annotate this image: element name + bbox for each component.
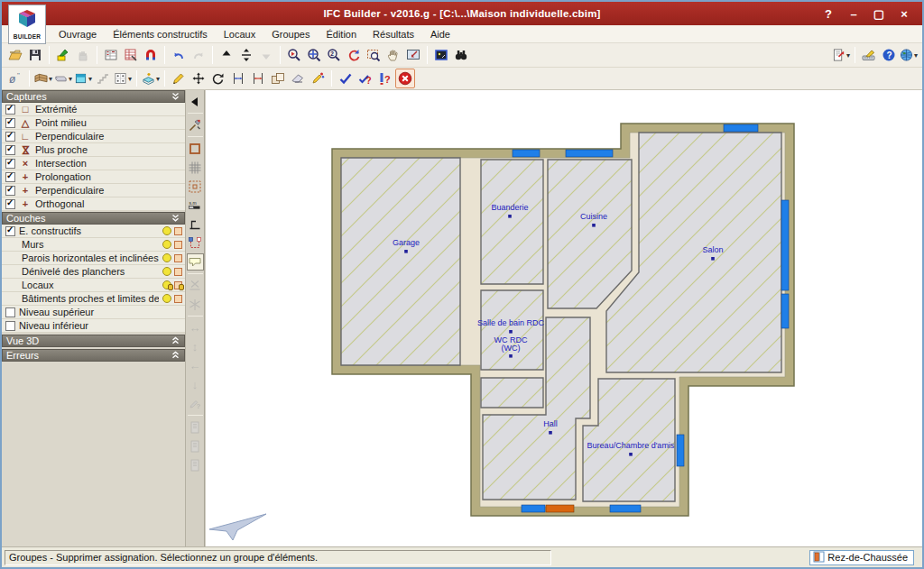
capt-square-button[interactable]: [187, 140, 204, 157]
full-button[interactable]: [403, 45, 423, 65]
menu--l-ments-constructifs[interactable]: Éléments constructifs: [105, 27, 216, 41]
move-button[interactable]: [189, 69, 208, 88]
help-button[interactable]: ?: [879, 45, 899, 65]
layer-visibility-icon[interactable]: [162, 294, 171, 303]
zoom-ext-button[interactable]: [304, 45, 324, 65]
menu-aide[interactable]: Aide: [422, 27, 458, 41]
redraw-button[interactable]: [344, 45, 364, 65]
maximize-button[interactable]: ▢: [866, 7, 892, 21]
window-marker[interactable]: [677, 435, 684, 466]
edit-attr-button[interactable]: [308, 69, 328, 88]
menu--dition[interactable]: Édition: [318, 27, 365, 41]
room-wc-rdc-wc-[interactable]: [481, 378, 543, 408]
menu-groupes[interactable]: Groupes: [263, 27, 318, 41]
level-up-button[interactable]: [217, 45, 236, 65]
erreurs-header[interactable]: Erreurs: [2, 349, 185, 362]
layer-visibility-icon[interactable]: [162, 226, 171, 235]
tools-button[interactable]: [187, 116, 204, 133]
wall-button[interactable]: ▾: [33, 69, 53, 88]
collapse-button[interactable]: [187, 93, 204, 110]
dim-mode-button[interactable]: s.m: [187, 197, 204, 214]
layer-checkbox[interactable]: [5, 226, 15, 236]
layer-3d-icon[interactable]: [174, 254, 182, 262]
capture-checkbox[interactable]: [5, 159, 15, 169]
window-marker[interactable]: [522, 505, 545, 512]
undo-button[interactable]: [169, 45, 189, 65]
capture-checkbox[interactable]: [5, 132, 15, 142]
layer-3d-icon[interactable]: [174, 241, 182, 249]
window-marker[interactable]: [513, 150, 540, 157]
door-marker[interactable]: [546, 505, 574, 512]
window-marker[interactable]: [781, 294, 789, 328]
level-selector[interactable]: Rez-de-Chaussée: [809, 550, 914, 565]
layer-visibility-icon[interactable]: [162, 240, 171, 249]
pan-button[interactable]: [383, 45, 403, 65]
ortho-button[interactable]: [187, 216, 204, 233]
dim1-button[interactable]: [228, 69, 248, 88]
copy-button[interactable]: [268, 69, 288, 88]
room-buanderie[interactable]: [481, 160, 543, 284]
table-edit-button[interactable]: [121, 45, 141, 65]
floor-plan[interactable]: GarageBuanderieCuisineSalonSalle de bain…: [206, 90, 915, 546]
room-button[interactable]: ▾: [141, 69, 161, 88]
close-button[interactable]: ×: [892, 7, 917, 21]
zoom-sel-button[interactable]: 2: [324, 45, 344, 65]
magnet-button[interactable]: [141, 45, 161, 65]
capture-checkbox[interactable]: [5, 186, 15, 196]
cancel-button[interactable]: [395, 69, 415, 88]
dim2-button[interactable]: [248, 69, 268, 88]
snap-button[interactable]: [187, 178, 204, 195]
img-find-button[interactable]: [431, 45, 451, 65]
beam-button[interactable]: ▾: [53, 69, 73, 88]
capture-checkbox[interactable]: [5, 199, 15, 209]
help-titlebar-button[interactable]: ?: [816, 7, 841, 21]
capture-checkbox[interactable]: [5, 118, 15, 128]
window-marker[interactable]: [724, 124, 758, 132]
layer-3d-icon[interactable]: [174, 227, 182, 235]
layer-3d-icon[interactable]: [174, 281, 182, 289]
edit-new-button[interactable]: [53, 45, 73, 65]
room-garage[interactable]: [341, 158, 460, 365]
diam-button[interactable]: ø": [5, 69, 25, 88]
pillars-button[interactable]: ▾: [113, 69, 133, 88]
web-button[interactable]: ▾: [899, 45, 919, 65]
drawing-canvas[interactable]: GarageBuanderieCuisineSalonSalle de bain…: [205, 90, 922, 546]
pencil-button[interactable]: [169, 69, 189, 88]
table-io-button[interactable]: [101, 45, 121, 65]
binoculars-button[interactable]: [451, 45, 471, 65]
tag-button[interactable]: [187, 253, 204, 271]
builder-logo[interactable]: BUILDER: [8, 5, 46, 44]
level-pick-button[interactable]: [236, 45, 256, 65]
layer-visibility-icon[interactable]: [162, 267, 171, 276]
zoom-win-button[interactable]: [364, 45, 383, 65]
elem-q-button[interactable]: ?: [375, 69, 395, 88]
layer-visibility-icon[interactable]: [162, 280, 171, 289]
capture-checkbox[interactable]: [5, 172, 15, 182]
erase-button[interactable]: [288, 69, 308, 88]
vue3d-header[interactable]: Vue 3D: [2, 335, 185, 347]
layer-3d-icon[interactable]: [174, 295, 182, 303]
rotate-button[interactable]: [208, 69, 228, 88]
menu-ouvrage[interactable]: Ouvrage: [51, 27, 105, 41]
report-button[interactable]: ▾: [831, 45, 851, 65]
capture-checkbox[interactable]: [5, 145, 15, 155]
captures-header[interactable]: Captures: [2, 90, 185, 103]
layer-checkbox[interactable]: [5, 307, 15, 317]
window-t-button[interactable]: ▾: [73, 69, 93, 88]
input-keys-button[interactable]: [859, 45, 879, 65]
window-marker[interactable]: [566, 150, 613, 157]
check-button[interactable]: [336, 69, 356, 88]
zoom-prev-button[interactable]: [284, 45, 304, 65]
check-q-button[interactable]: ?: [356, 69, 375, 88]
window-marker[interactable]: [610, 505, 641, 512]
window-marker[interactable]: [781, 200, 789, 290]
grid-button[interactable]: [187, 159, 204, 176]
menu-locaux[interactable]: Locaux: [216, 27, 263, 41]
save-button[interactable]: [25, 45, 45, 65]
minimize-button[interactable]: –: [841, 7, 866, 21]
layer-checkbox[interactable]: [5, 321, 15, 331]
menu-r-sultats[interactable]: Résultats: [365, 27, 422, 41]
link-button[interactable]: [187, 234, 204, 252]
layer-visibility-icon[interactable]: [162, 253, 171, 262]
layer-3d-icon[interactable]: [174, 268, 182, 276]
